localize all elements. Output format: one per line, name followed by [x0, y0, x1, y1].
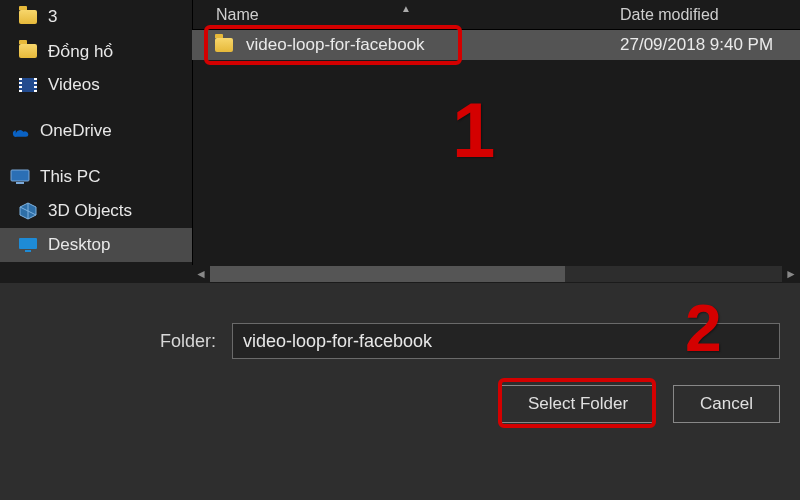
scroll-thumb[interactable]	[210, 266, 565, 282]
tree-item-label: Videos	[48, 75, 100, 95]
file-list[interactable]: video-loop-for-facebook 27/09/2018 9:40 …	[192, 30, 800, 265]
svg-rect-1	[16, 182, 24, 184]
svg-rect-5	[19, 238, 37, 249]
tree-item-desktop[interactable]: Desktop	[0, 228, 192, 262]
sort-ascending-icon: ▲	[401, 3, 411, 14]
tree-item-onedrive[interactable]: OneDrive	[0, 114, 192, 148]
browser-area: 3 Đồng hồ Videos OneDrive	[0, 0, 800, 283]
3d-icon	[18, 201, 38, 221]
tree-item-3d-objects[interactable]: 3D Objects	[0, 194, 192, 228]
tree-item-label: This PC	[40, 167, 100, 187]
tree-item-dong-ho[interactable]: Đồng hồ	[0, 34, 192, 68]
tree-item-label: Desktop	[48, 235, 110, 255]
tree-item-label: Đồng hồ	[48, 41, 113, 62]
scroll-right-icon[interactable]: ►	[782, 265, 800, 283]
file-date: 27/09/2018 9:40 PM	[620, 35, 800, 55]
tree-item-label: 3D Objects	[48, 201, 132, 221]
tree-item-3[interactable]: 3	[0, 0, 192, 34]
svg-rect-6	[25, 250, 31, 252]
select-folder-button[interactable]: Select Folder	[501, 385, 655, 423]
file-pane: ▲ Name Date modified video-loop-for-face…	[192, 0, 800, 283]
cancel-button[interactable]: Cancel	[673, 385, 780, 423]
folder-icon	[214, 35, 234, 55]
video-icon	[18, 75, 38, 95]
nav-tree[interactable]: 3 Đồng hồ Videos OneDrive	[0, 0, 192, 283]
scroll-left-icon[interactable]: ◄	[192, 265, 210, 283]
column-header-label: Name	[216, 6, 259, 23]
folder-input[interactable]	[232, 323, 780, 359]
folder-picker-dialog: 3 Đồng hồ Videos OneDrive	[0, 0, 800, 500]
column-header-name[interactable]: ▲ Name	[192, 6, 620, 24]
file-row[interactable]: video-loop-for-facebook 27/09/2018 9:40 …	[192, 30, 800, 60]
pc-icon	[10, 167, 30, 187]
folder-field-row: Folder:	[0, 323, 780, 359]
folder-label: Folder:	[0, 331, 216, 352]
column-header-date[interactable]: Date modified	[620, 6, 800, 24]
onedrive-icon	[10, 121, 30, 141]
tree-item-label: 3	[48, 7, 57, 27]
tree-item-videos[interactable]: Videos	[0, 68, 192, 102]
file-name: video-loop-for-facebook	[246, 35, 425, 55]
folder-icon	[18, 7, 38, 27]
horizontal-scrollbar[interactable]: ◄ ►	[192, 265, 800, 283]
dialog-footer: Folder: Select Folder Cancel	[0, 283, 800, 500]
scroll-track[interactable]	[210, 266, 782, 282]
svg-rect-0	[11, 170, 29, 181]
column-header-label: Date modified	[620, 6, 719, 23]
folder-icon	[18, 41, 38, 61]
tree-item-label: OneDrive	[40, 121, 112, 141]
column-header-row: ▲ Name Date modified	[192, 0, 800, 30]
desktop-icon	[18, 235, 38, 255]
tree-item-this-pc[interactable]: This PC	[0, 160, 192, 194]
button-row: Select Folder Cancel	[501, 385, 780, 423]
